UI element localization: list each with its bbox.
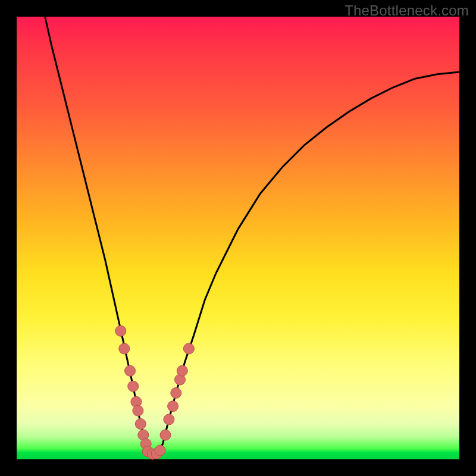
marker-dot xyxy=(133,405,143,416)
bottleneck-curve xyxy=(45,17,459,454)
marker-dot xyxy=(183,343,194,354)
chart-svg xyxy=(17,17,459,459)
marker-dot xyxy=(119,343,130,354)
highlighted-points-group xyxy=(115,325,195,459)
marker-dot xyxy=(171,387,181,398)
marker-dot xyxy=(135,419,146,430)
marker-dot xyxy=(164,414,174,425)
marker-dot xyxy=(168,401,178,412)
marker-dot xyxy=(155,445,165,456)
watermark-label: TheBottleneck.com xyxy=(345,2,469,19)
marker-dot xyxy=(125,365,136,376)
marker-dot xyxy=(128,381,139,392)
curve-line xyxy=(45,17,459,454)
marker-dot xyxy=(115,325,126,336)
marker-dot xyxy=(177,365,187,376)
chart-frame: TheBottleneck.com xyxy=(0,0,476,476)
marker-dot xyxy=(160,430,171,440)
